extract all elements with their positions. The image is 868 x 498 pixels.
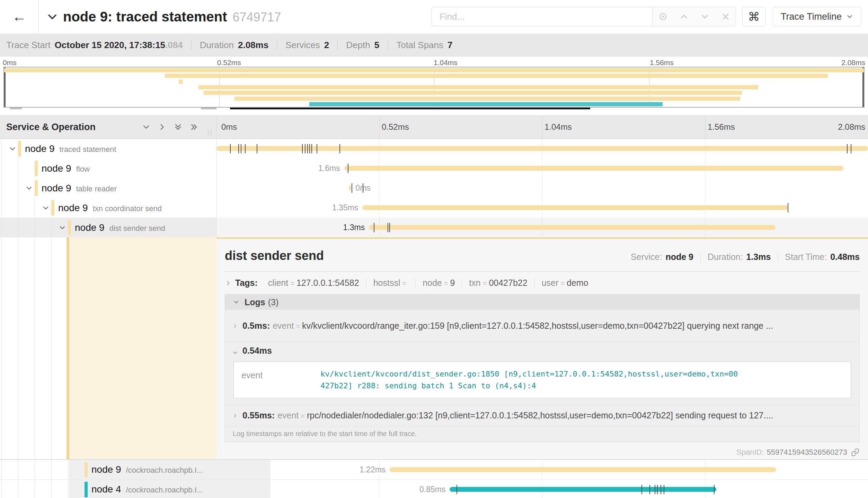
span-duration-label: 1.35ms [332, 198, 358, 218]
tag-key: hostssl [373, 278, 400, 288]
chevron-down-icon [233, 299, 240, 306]
operation-name: table reader [76, 184, 117, 193]
log-marker [339, 144, 340, 153]
log-marker [851, 144, 851, 153]
tag-value: 00427b22 [489, 278, 527, 288]
span-bar[interactable] [450, 487, 716, 492]
tree-guide-line [51, 460, 52, 479]
view-selector-label: Trace Timeline [781, 11, 842, 22]
axis-tick: 1.56ms [650, 58, 674, 67]
log-field-key: event [234, 368, 320, 392]
back-button[interactable]: ← [0, 0, 39, 33]
tree-guide-line [18, 480, 18, 498]
tags-row[interactable]: Tags: client=127.0.0.1:54582 hostssl= no… [225, 278, 860, 288]
logs-section: Logs (3) 0.5ms: event = kv/kvclient/kvco… [225, 294, 860, 442]
span-detail-row: dist sender send Service: node 9 Duratio… [0, 237, 868, 460]
timeline-axis-header: 0ms 0.52ms 1.04ms 1.56ms 2.08ms [216, 116, 868, 138]
double-chevron-right-icon[interactable] [189, 122, 199, 132]
log-marker [309, 144, 310, 153]
span-bar[interactable] [344, 166, 843, 171]
span-name-cell[interactable]: node 9dist sender send [0, 218, 216, 237]
minimap-left-handle[interactable] [4, 67, 6, 107]
tree-guide-line [35, 480, 35, 498]
minimap-canvas[interactable] [3, 67, 865, 108]
span-name-cell[interactable]: node 9/cockroach.roachpb.I... [0, 460, 216, 479]
column-resizer[interactable] [208, 130, 211, 136]
trace-timeline-view: ← node 9: traced statement6749717 [0, 0, 868, 498]
span-name-cell[interactable]: node 9table reader [0, 178, 216, 198]
logs-title: Logs [245, 297, 265, 307]
equals-sign: = [301, 412, 305, 420]
tag-value: 127.0.0.1:54582 [296, 278, 359, 288]
span-name-cell[interactable]: node 9traced statement [0, 139, 216, 159]
tree-guide-line [1, 178, 2, 198]
span-bar[interactable] [349, 185, 352, 190]
tree-guide-line [35, 218, 35, 237]
locate-icon[interactable] [658, 11, 668, 22]
log-marker [305, 144, 305, 153]
horizontal-scroll-indicator[interactable] [230, 108, 590, 109]
span-name-cell[interactable]: node 9flow [0, 159, 216, 178]
service-color-bar [51, 200, 54, 216]
span-name-cell[interactable]: node 4/cockroach.roachpb.I... [0, 480, 216, 498]
operation-name: /cockroach.roachpb.I... [126, 466, 203, 474]
span-bar[interactable] [390, 467, 776, 472]
span-row-node9-grpc: node 9/cockroach.roachpb.I... 1.22ms [0, 460, 868, 479]
chevron-down-icon[interactable] [8, 145, 17, 153]
link-icon[interactable] [851, 448, 860, 457]
trace-name: node 9: traced statement [63, 9, 227, 24]
tree-guide-line [68, 480, 68, 498]
equals-sign: = [296, 323, 300, 331]
equals-sign: = [402, 280, 406, 288]
span-rows: node 9traced statement node 9flow 1.6ms [0, 139, 868, 498]
log-entry[interactable]: 0.55ms: event = rpc/nodedialer/nodediale… [225, 405, 859, 426]
service-name: node 9 [58, 202, 88, 213]
span-timeline-cell: 1.3ms [216, 218, 868, 237]
axis-tick: 0ms [221, 116, 237, 138]
minimap-span-bar [179, 80, 183, 84]
chevron-up-icon[interactable] [679, 11, 689, 22]
top-bar-actions: ⌘ Trace Timeline [432, 7, 868, 26]
log-entry[interactable]: 0.5ms: event = kv/kvclient/kvcoord/range… [225, 310, 859, 342]
log-marker [641, 485, 642, 494]
span-bar[interactable] [216, 146, 868, 151]
operation-name: /cockroach.roachpb.I... [126, 486, 203, 494]
chevron-right-icon[interactable] [157, 122, 167, 132]
chevron-down-icon[interactable] [25, 184, 33, 192]
span-bar[interactable] [362, 205, 788, 210]
close-icon[interactable] [721, 12, 730, 21]
logs-footnote: Log timestamps are relative to the start… [225, 426, 859, 442]
tree-guide-line [18, 460, 18, 479]
service-operation-title: Service & Operation [6, 122, 96, 133]
log-marker [245, 144, 246, 153]
tag: hostssl= [366, 278, 416, 288]
double-chevron-down-icon[interactable] [173, 122, 183, 132]
tag-value: demo [567, 278, 588, 288]
logs-header[interactable]: Logs (3) [225, 295, 859, 310]
span-name-cell[interactable]: node 9txn coordinator send [0, 198, 216, 218]
tag-key: client [268, 278, 288, 288]
log-timestamp: 0.55ms: [242, 410, 275, 420]
span-bar[interactable] [369, 225, 776, 230]
service-color-bar [85, 482, 88, 497]
minimap-right-handle[interactable] [862, 67, 864, 107]
tag: txn=00427b22 [462, 278, 534, 288]
find-input[interactable] [432, 7, 652, 26]
chevron-down-icon[interactable] [42, 204, 50, 212]
selected-span-accent-column [67, 237, 69, 459]
chevron-down-icon[interactable] [46, 11, 58, 22]
log-marker [457, 485, 457, 494]
chevron-down-icon[interactable] [141, 122, 151, 132]
log-marker [788, 203, 788, 212]
chevron-right-icon [232, 413, 238, 419]
axis-tick: 0ms [3, 58, 17, 67]
view-selector-button[interactable]: Trace Timeline [773, 7, 861, 26]
keyboard-shortcuts-button[interactable]: ⌘ [742, 7, 765, 26]
chevron-down-icon[interactable] [700, 11, 710, 22]
chevron-down-icon[interactable] [58, 224, 67, 232]
chevron-down-icon [232, 350, 238, 356]
service-color-bar [18, 141, 21, 156]
axis-tick: 1.04ms [434, 58, 458, 67]
minimap-span-bar [234, 97, 740, 101]
log-entry-header[interactable]: 0.54ms [232, 346, 852, 360]
